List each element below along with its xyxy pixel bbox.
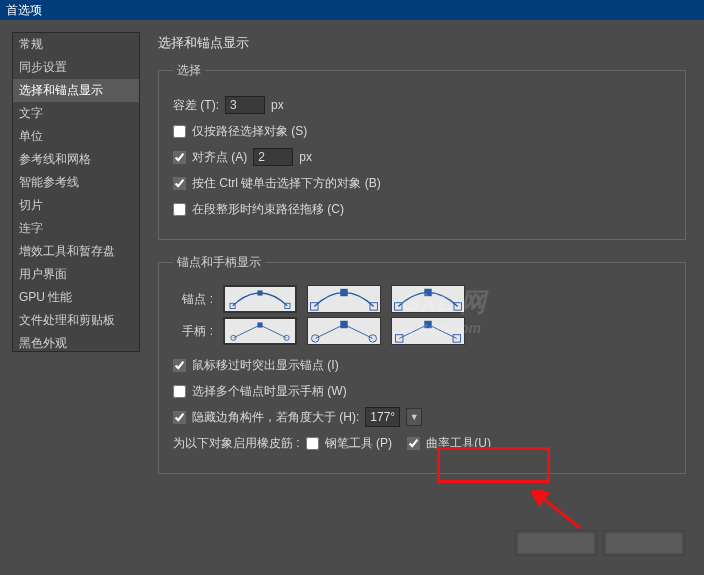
- handle-style-1[interactable]: [223, 317, 297, 345]
- svg-rect-17: [340, 321, 347, 328]
- sidebar-item-plugins[interactable]: 增效工具和暂存盘: [13, 240, 139, 263]
- handles-label: 手柄 :: [173, 323, 213, 340]
- svg-line-19: [399, 325, 428, 339]
- pen-tool-checkbox[interactable]: [306, 437, 319, 450]
- ctrl-click-checkbox[interactable]: [173, 177, 186, 190]
- selection-group: 选择 容差 (T): px 仅按路径选择对象 (S) 对齐点 (A) px 按住…: [158, 62, 686, 240]
- svg-rect-22: [424, 321, 431, 328]
- curvature-tool-checkbox[interactable]: [407, 437, 420, 450]
- anchors-label: 锚点 :: [173, 291, 213, 308]
- snap-input[interactable]: [253, 148, 293, 166]
- page-title: 选择和锚点显示: [158, 34, 686, 52]
- anchor-group: 锚点和手柄显示 锚点 : 手柄 :: [158, 254, 686, 474]
- ok-button[interactable]: [516, 531, 596, 555]
- sidebar-item-gpu[interactable]: GPU 性能: [13, 286, 139, 309]
- handle-style-2[interactable]: [307, 317, 381, 345]
- svg-rect-1: [257, 290, 262, 295]
- show-handles-multi-checkbox[interactable]: [173, 385, 186, 398]
- sidebar-item-slices[interactable]: 切片: [13, 194, 139, 217]
- anchor-style-1[interactable]: [223, 285, 297, 313]
- dropdown-arrow-icon[interactable]: ▼: [406, 408, 422, 426]
- content-panel: 选择和锚点显示 选择 容差 (T): px 仅按路径选择对象 (S) 对齐点 (…: [140, 20, 704, 575]
- hide-corner-label: 隐藏边角构件，若角度大于 (H):: [192, 409, 359, 426]
- sidebar-item-black-appearance[interactable]: 黑色外观: [13, 332, 139, 355]
- annotation-arrow-icon: [532, 490, 582, 530]
- rubberband-label: 为以下对象启用橡皮筋 :: [173, 435, 300, 452]
- anchor-style-2[interactable]: [307, 285, 381, 313]
- svg-rect-7: [424, 289, 431, 296]
- path-only-checkbox[interactable]: [173, 125, 186, 138]
- tolerance-label: 容差 (T):: [173, 97, 219, 114]
- sidebar-item-ui[interactable]: 用户界面: [13, 263, 139, 286]
- svg-rect-4: [340, 289, 347, 296]
- svg-line-20: [428, 325, 457, 339]
- anchor-style-3[interactable]: [391, 285, 465, 313]
- category-sidebar: 常规 同步设置 选择和锚点显示 文字 单位 参考线和网格 智能参考线 切片 连字…: [12, 32, 140, 352]
- tolerance-input[interactable]: [225, 96, 265, 114]
- ctrl-click-label: 按住 Ctrl 键单击选择下方的对象 (B): [192, 175, 381, 192]
- svg-line-15: [344, 325, 373, 339]
- sidebar-item-selection-anchor[interactable]: 选择和锚点显示: [13, 79, 139, 102]
- sidebar-item-type[interactable]: 文字: [13, 102, 139, 125]
- curvature-tool-label: 曲率工具(U): [426, 435, 491, 452]
- svg-rect-23: [453, 335, 460, 342]
- svg-point-18: [369, 335, 376, 342]
- sidebar-item-hyphenation[interactable]: 连字: [13, 217, 139, 240]
- selection-legend: 选择: [173, 62, 205, 79]
- window-titlebar: 首选项: [0, 0, 704, 20]
- constrain-checkbox[interactable]: [173, 203, 186, 216]
- handle-style-3[interactable]: [391, 317, 465, 345]
- sidebar-item-guides-grid[interactable]: 参考线和网格: [13, 148, 139, 171]
- anchor-legend: 锚点和手柄显示: [173, 254, 265, 271]
- svg-line-9: [233, 325, 260, 338]
- constrain-label: 在段整形时约束路径拖移 (C): [192, 201, 344, 218]
- show-handles-multi-label: 选择多个锚点时显示手柄 (W): [192, 383, 347, 400]
- svg-line-14: [315, 325, 344, 339]
- path-only-label: 仅按路径选择对象 (S): [192, 123, 307, 140]
- hide-corner-value: 177°: [370, 410, 395, 424]
- snap-checkbox[interactable]: [173, 151, 186, 164]
- svg-line-10: [260, 325, 287, 338]
- cancel-button[interactable]: [604, 531, 684, 555]
- main-panel: 常规 同步设置 选择和锚点显示 文字 单位 参考线和网格 智能参考线 切片 连字…: [0, 20, 704, 575]
- hide-corner-checkbox[interactable]: [173, 411, 186, 424]
- pen-tool-label: 钢笔工具 (P): [325, 435, 392, 452]
- sidebar-item-smart-guides[interactable]: 智能参考线: [13, 171, 139, 194]
- hide-corner-dropdown[interactable]: 177°: [365, 407, 400, 427]
- svg-line-24: [540, 496, 580, 528]
- sidebar-item-units[interactable]: 单位: [13, 125, 139, 148]
- highlight-hover-label: 鼠标移过时突出显示锚点 (I): [192, 357, 339, 374]
- sidebar-item-sync[interactable]: 同步设置: [13, 56, 139, 79]
- snap-unit: px: [299, 150, 312, 164]
- snap-label: 对齐点 (A): [192, 149, 247, 166]
- svg-rect-12: [257, 322, 262, 327]
- highlight-hover-checkbox[interactable]: [173, 359, 186, 372]
- sidebar-item-general[interactable]: 常规: [13, 33, 139, 56]
- sidebar-item-file-clipboard[interactable]: 文件处理和剪贴板: [13, 309, 139, 332]
- tolerance-unit: px: [271, 98, 284, 112]
- window-title: 首选项: [6, 3, 42, 17]
